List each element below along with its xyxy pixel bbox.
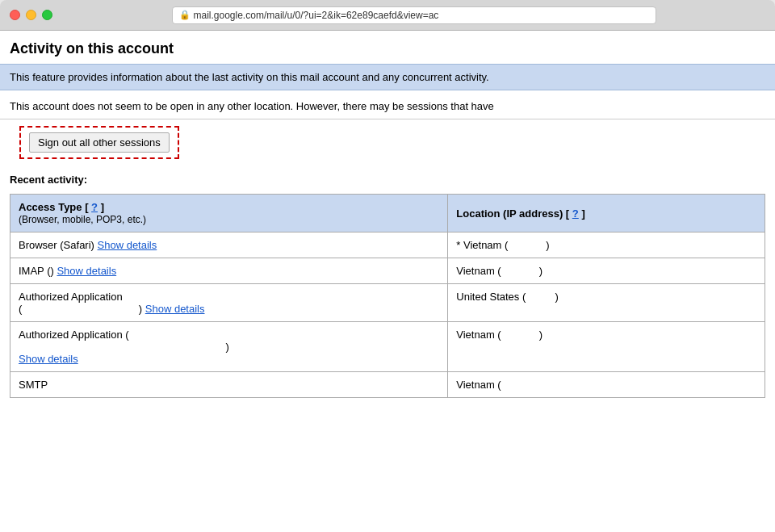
- access-type-text2: (: [19, 303, 22, 315]
- sign-out-button[interactable]: Sign out all other sessions: [29, 132, 170, 153]
- table-row: Authorized Application ( ) Show de: [10, 322, 765, 372]
- access-type-cell: Browser (Safari) Show details: [10, 232, 448, 258]
- access-type-cell: Authorized Application ( ) Show de: [10, 322, 448, 372]
- show-details-link[interactable]: Show details: [98, 239, 157, 251]
- url-text: mail.google.com/mail/u/0/?ui=2&ik=62e89c…: [194, 10, 439, 21]
- col-access-header-text2: ]: [101, 201, 104, 213]
- location-text: Vietnam (: [456, 329, 501, 341]
- location-cell: Vietnam ( ): [448, 258, 765, 284]
- location-cell: United States ( ): [448, 284, 765, 322]
- access-type-cell: SMTP: [10, 372, 448, 398]
- col-access-subtitle: (Browser, mobile, POP3, etc.): [19, 214, 146, 225]
- col-access-header: Access Type [ ? ] (Browser, mobile, POP3…: [10, 195, 448, 232]
- show-details-link[interactable]: Show details: [145, 303, 205, 315]
- location-cell: Vietnam ( ): [448, 322, 765, 372]
- location-text: Vietnam (: [456, 379, 501, 391]
- location-help-link[interactable]: ?: [572, 207, 579, 220]
- traffic-lights: [10, 10, 52, 20]
- location-cell: Vietnam (: [448, 372, 765, 398]
- access-type-close: ): [225, 341, 228, 353]
- table-row: IMAP () Show details Vietnam ( ): [10, 258, 765, 284]
- col-access-header-text: Access Type [: [19, 201, 88, 213]
- location-text: Vietnam (: [456, 265, 501, 277]
- col-location-header-text2: ]: [581, 207, 584, 220]
- info-banner: This feature provides information about …: [0, 64, 775, 90]
- activity-table: Access Type [ ? ] (Browser, mobile, POP3…: [10, 194, 765, 398]
- access-type-text: Authorized Application (: [19, 329, 129, 341]
- table-row: SMTP Vietnam (: [10, 372, 765, 398]
- address-bar[interactable]: 🔒 mail.google.com/mail/u/0/?ui=2&ik=62e8…: [172, 6, 656, 24]
- col-location-header-text: Location (IP address) [: [456, 207, 569, 220]
- location-cell: * Vietnam ( ): [448, 232, 765, 258]
- sign-out-container: Sign out all other sessions: [19, 126, 179, 159]
- lock-icon: 🔒: [179, 10, 191, 20]
- access-type-text: SMTP: [19, 379, 48, 391]
- maximize-button[interactable]: [42, 10, 52, 20]
- access-type-text3: ): [139, 303, 145, 315]
- minimize-button[interactable]: [26, 10, 36, 20]
- window-titlebar: 🔒 mail.google.com/mail/u/0/?ui=2&ik=62e8…: [0, 0, 775, 31]
- table-row: Authorized Application ( ) Show details …: [10, 284, 765, 322]
- table-row: Browser (Safari) Show details * Vietnam …: [10, 232, 765, 258]
- access-type-cell: IMAP () Show details: [10, 258, 448, 284]
- show-details-link[interactable]: Show details: [57, 265, 116, 277]
- access-type-text: IMAP (): [19, 265, 57, 277]
- col-location-header: Location (IP address) [ ? ]: [448, 195, 765, 232]
- access-type-text: Browser (Safari): [19, 239, 98, 251]
- location-text: * Vietnam (: [456, 239, 508, 251]
- access-type-help-link[interactable]: ?: [91, 201, 98, 213]
- content-area: Activity on this account This feature pr…: [0, 31, 775, 532]
- close-button[interactable]: [10, 10, 20, 20]
- recent-activity-label: Recent activity:: [0, 169, 775, 194]
- show-details-link[interactable]: Show details: [19, 353, 78, 365]
- page-title: Activity on this account: [0, 31, 775, 64]
- session-notice: This account does not seem to be open in…: [0, 90, 775, 119]
- access-type-text: Authorized Application: [19, 291, 123, 303]
- location-text: United States (: [456, 291, 526, 303]
- access-type-cell: Authorized Application ( ) Show details: [10, 284, 448, 322]
